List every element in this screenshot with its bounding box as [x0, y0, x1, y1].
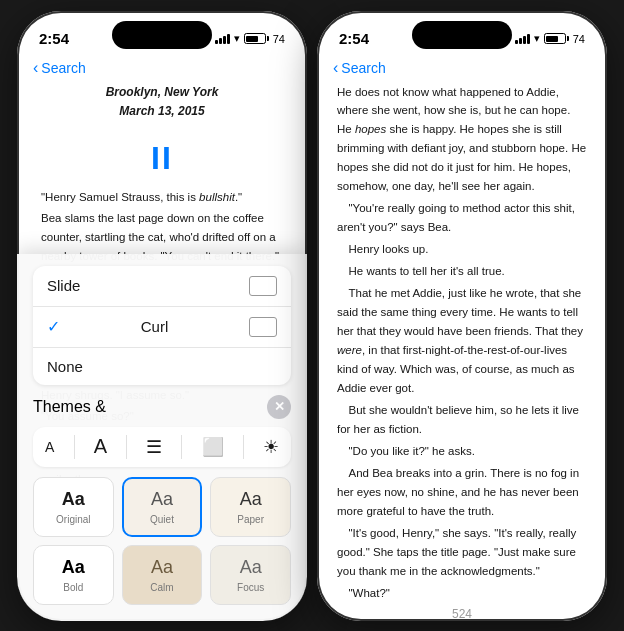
book-content-right: He does not know what happened to Addie,… — [317, 83, 607, 603]
right-para-4: That he met Addie, just like he wrote, t… — [337, 284, 587, 398]
back-button-left[interactable]: ‹ Search — [33, 59, 86, 77]
close-button[interactable]: ✕ — [267, 395, 291, 419]
book-location: Brooklyn, New York — [41, 83, 283, 102]
right-phone: 2:54 ▾ 74 ‹ — [317, 11, 607, 621]
back-label-left: Search — [41, 60, 85, 76]
theme-focus-aa: Aa — [240, 557, 262, 578]
transition-none[interactable]: None — [33, 348, 291, 385]
divider-1 — [74, 435, 75, 459]
transition-curl-label: Curl — [141, 318, 169, 335]
theme-bold[interactable]: Aa Bold — [33, 545, 114, 605]
right-para-9: "What?" — [337, 584, 587, 603]
right-para-1: "You're really going to method actor thi… — [337, 199, 587, 237]
right-para-5: But she wouldn't believe him, so he lets… — [337, 401, 587, 439]
chapter-number: II — [41, 133, 283, 184]
theme-quiet-label: Quiet — [150, 514, 174, 525]
columns-icon[interactable]: ☰ — [146, 436, 162, 458]
back-label-right: Search — [341, 60, 385, 76]
theme-calm-label: Calm — [150, 582, 173, 593]
para-0: "Henry Samuel Strauss, this is bullshit.… — [41, 188, 283, 207]
status-icons-right: ▾ 74 — [515, 32, 585, 45]
right-para-2: Henry looks up. — [337, 240, 587, 259]
settings-row: A A ☰ ⬜ ☀ — [33, 427, 291, 467]
battery-right — [544, 33, 569, 44]
themes-title: Themes & — [33, 398, 106, 416]
theme-paper-aa: Aa — [240, 489, 262, 510]
signal-bars-left — [215, 33, 230, 44]
theme-original-label: Original — [56, 514, 90, 525]
theme-grid: Aa Original Aa Quiet Aa Paper Aa Bold Aa — [33, 477, 291, 605]
brightness-icon[interactable]: ☀ — [263, 436, 279, 458]
right-para-6: "Do you like it?" he asks. — [337, 442, 587, 461]
wifi-icon-right: ▾ — [534, 32, 540, 45]
dynamic-island — [112, 21, 212, 49]
font-size-large[interactable]: A — [94, 435, 107, 458]
theme-bold-label: Bold — [63, 582, 83, 593]
divider-3 — [181, 435, 182, 459]
theme-quiet-aa: Aa — [151, 489, 173, 510]
themes-header: Themes & ✕ — [33, 395, 291, 419]
battery-left — [244, 33, 269, 44]
status-icons-left: ▾ 74 — [215, 32, 285, 45]
themes-title-text: Themes & — [33, 398, 106, 415]
transition-none-label: None — [47, 358, 83, 375]
book-date: March 13, 2015 — [41, 102, 283, 121]
nav-bar-right: ‹ Search — [317, 55, 607, 83]
back-chevron-left: ‹ — [33, 59, 38, 77]
theme-focus-label: Focus — [237, 582, 264, 593]
theme-focus[interactable]: Aa Focus — [210, 545, 291, 605]
back-button-right[interactable]: ‹ Search — [333, 59, 386, 77]
phones-container: 2:54 ▾ 74 ‹ — [17, 11, 607, 621]
status-time-left: 2:54 — [39, 30, 69, 47]
left-phone: 2:54 ▾ 74 ‹ — [17, 11, 307, 621]
right-para-3: He wants to tell her it's all true. — [337, 262, 587, 281]
right-para-0: He does not know what happened to Addie,… — [337, 83, 587, 197]
right-para-7: And Bea breaks into a grin. There is no … — [337, 464, 587, 521]
book-header: Brooklyn, New York March 13, 2015 — [41, 83, 283, 121]
battery-pct-left: 74 — [273, 33, 285, 45]
transition-slide-label: Slide — [47, 277, 80, 294]
transition-slide[interactable]: Slide — [33, 266, 291, 307]
page-number: 524 — [317, 607, 607, 621]
divider-4 — [243, 435, 244, 459]
nav-bar-left: ‹ Search — [17, 55, 307, 83]
dynamic-island-right — [412, 21, 512, 49]
page-icon[interactable]: ⬜ — [202, 436, 224, 458]
theme-paper-label: Paper — [237, 514, 264, 525]
theme-bold-aa: Aa — [62, 557, 85, 578]
theme-paper[interactable]: Aa Paper — [210, 477, 291, 537]
font-size-small[interactable]: A — [45, 439, 54, 455]
battery-pct-right: 74 — [573, 33, 585, 45]
wifi-icon-left: ▾ — [234, 32, 240, 45]
transition-curl[interactable]: ✓ Curl — [33, 307, 291, 348]
theme-original-aa: Aa — [62, 489, 85, 510]
overlay-panel: Slide ✓ Curl None Themes & — [17, 254, 307, 621]
slide-icon — [249, 276, 277, 296]
theme-original[interactable]: Aa Original — [33, 477, 114, 537]
curl-icon — [249, 317, 277, 337]
transition-options: Slide ✓ Curl None — [33, 266, 291, 385]
checkmark-icon: ✓ — [47, 317, 60, 336]
theme-quiet[interactable]: Aa Quiet — [122, 477, 203, 537]
back-chevron-right: ‹ — [333, 59, 338, 77]
theme-calm[interactable]: Aa Calm — [122, 545, 203, 605]
theme-calm-aa: Aa — [151, 557, 173, 578]
divider-2 — [126, 435, 127, 459]
status-time-right: 2:54 — [339, 30, 369, 47]
right-para-8: "It's good, Henry," she says. "It's real… — [337, 524, 587, 581]
signal-bars-right — [515, 33, 530, 44]
